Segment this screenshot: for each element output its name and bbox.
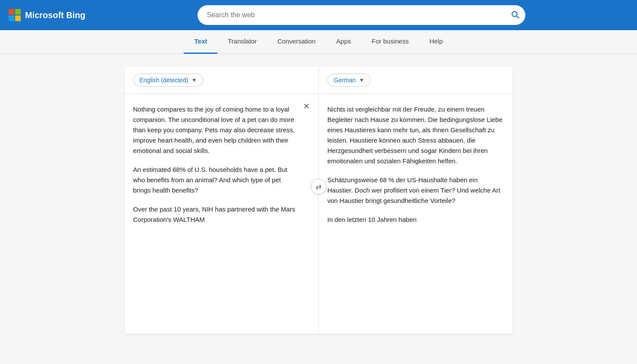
header: Microsoft Bing (0, 0, 637, 30)
search-container (198, 5, 525, 25)
svg-line-1 (517, 16, 518, 18)
source-paragraph-1: Nothing compares to the joy of coming ho… (133, 104, 297, 156)
swap-languages-button[interactable]: ⇄ (311, 179, 326, 194)
source-lang-select[interactable]: English (detected) ▼ (133, 74, 204, 87)
nav-item-text[interactable]: Text (184, 30, 217, 54)
source-lang-selector-row: English (detected) ▼ (125, 67, 319, 94)
target-paragraph-2: Schätzungsweise 68 % der US-Haushalte ha… (327, 175, 504, 206)
translator-container: English (detected) ▼ ✕ Nothing compares … (125, 67, 513, 334)
source-lang-chevron-icon: ▼ (191, 77, 197, 83)
clear-button[interactable]: ✕ (303, 103, 310, 110)
target-paragraph-1: Nichts ist vergleichbar mit der Freude, … (327, 104, 504, 166)
target-paragraph-3: In den letzten 10 Jahren haben (327, 215, 504, 225)
nav-bar: Text Translator Conversation Apps For bu… (0, 30, 637, 54)
source-paragraph-3: Over the past 10 years, NIH has partnere… (133, 204, 297, 225)
source-lang-label: English (detected) (140, 77, 188, 84)
source-paragraph-2: An estimated 68% of U.S. households have… (133, 165, 297, 196)
source-text-area[interactable]: ✕ Nothing compares to the joy of coming … (125, 94, 319, 334)
logo-area: Microsoft Bing (9, 9, 85, 21)
search-input[interactable] (198, 5, 525, 25)
target-lang-chevron-icon: ▼ (359, 77, 364, 83)
nav-item-apps[interactable]: Apps (326, 30, 361, 54)
source-panel: English (detected) ▼ ✕ Nothing compares … (125, 67, 319, 334)
nav-item-conversation[interactable]: Conversation (267, 30, 326, 54)
svg-point-0 (512, 12, 517, 17)
nav-item-help[interactable]: Help (419, 30, 453, 54)
target-lang-select[interactable]: German ▼ (327, 74, 370, 87)
search-button[interactable] (511, 10, 519, 20)
target-lang-label: German (334, 77, 356, 84)
target-lang-selector-row: German ▼ (319, 67, 513, 94)
nav-item-for-business[interactable]: For business (361, 30, 419, 54)
nav-item-translator[interactable]: Translator (217, 30, 267, 54)
microsoft-logo (9, 9, 21, 21)
target-text-area: Nichts ist vergleichbar mit der Freude, … (319, 94, 513, 334)
target-panel: German ▼ Nichts ist vergleichbar mit der… (319, 67, 513, 334)
logo-text: Microsoft Bing (25, 10, 85, 20)
